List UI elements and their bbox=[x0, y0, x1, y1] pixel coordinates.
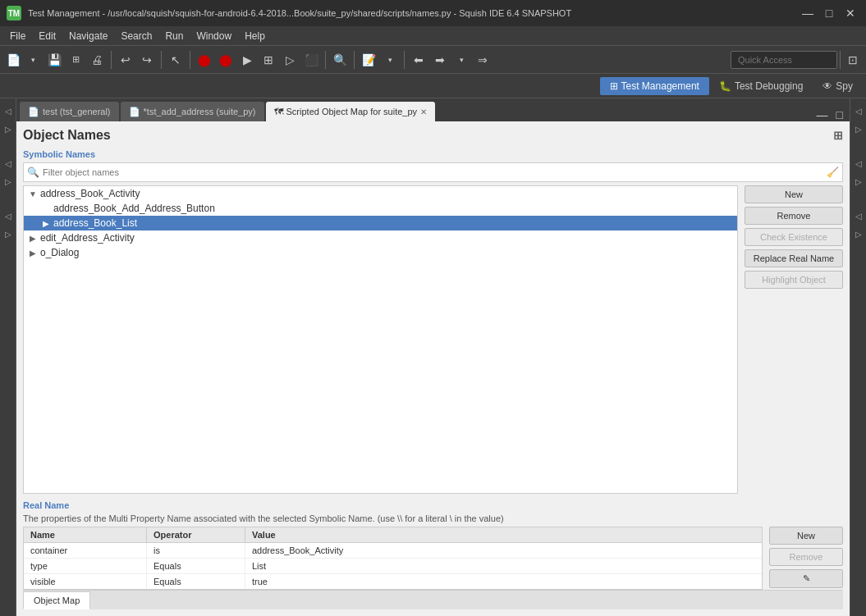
right-sidebar-btn-5[interactable]: ◁ bbox=[851, 208, 866, 223]
left-sidebar-btn-5[interactable]: ◁ bbox=[1, 208, 16, 223]
run-all-button[interactable]: ⊞ bbox=[259, 50, 278, 70]
history-button[interactable]: ⇒ bbox=[473, 50, 493, 70]
tab-max-btn[interactable]: □ bbox=[833, 108, 846, 121]
td-row1-op: is bbox=[147, 543, 245, 558]
toolbar-separator-2 bbox=[161, 51, 162, 69]
menu-navigate[interactable]: Navigate bbox=[62, 29, 114, 43]
tab-test-tst-general[interactable]: 📄 test (tst_general) bbox=[20, 102, 119, 121]
tree-item-edit-address-activity[interactable]: ▶ edit_Address_Activity bbox=[24, 230, 737, 245]
left-sidebar-btn-6[interactable]: ▷ bbox=[1, 226, 16, 241]
new-real-name-button[interactable]: New bbox=[769, 527, 843, 545]
perspective-test-management[interactable]: ⊞ Test Management bbox=[600, 77, 709, 95]
tab-map-label: Scripted Object Map for suite_py bbox=[286, 107, 418, 116]
tree-item-o-dialog[interactable]: ▶ o_Dialog bbox=[24, 245, 737, 260]
record-button[interactable]: ⬤ bbox=[195, 50, 214, 70]
tree-item-address-book-activity[interactable]: ▼ address_Book_Activity bbox=[24, 186, 737, 201]
print-button[interactable]: 🖨 bbox=[87, 50, 107, 70]
tab-test-icon: 📄 bbox=[28, 107, 39, 117]
menu-help[interactable]: Help bbox=[238, 29, 272, 43]
td-row2-name: type bbox=[24, 559, 147, 573]
td-row3-name: visible bbox=[24, 574, 147, 589]
new-button[interactable]: 📄 bbox=[3, 50, 23, 70]
left-sidebar-btn-2[interactable]: ▷ bbox=[1, 121, 16, 136]
replace-real-name-button[interactable]: Replace Real Name bbox=[745, 249, 843, 267]
inspect-btn[interactable]: 🔍 bbox=[330, 50, 350, 70]
tree-toggle-o-dialog[interactable]: ▶ bbox=[27, 247, 39, 258]
perspective-spy-label: Spy bbox=[836, 80, 853, 92]
tree-item-address-book-list[interactable]: ▶ address_Book_List bbox=[24, 216, 737, 230]
menu-file[interactable]: File bbox=[3, 29, 32, 43]
right-sidebar-btn-4[interactable]: ▷ bbox=[851, 174, 866, 189]
forward-dropdown[interactable]: ▾ bbox=[451, 50, 471, 70]
run-selected-button[interactable]: ▷ bbox=[280, 50, 300, 70]
left-sidebar-btn-3[interactable]: ◁ bbox=[1, 156, 16, 171]
table-row-1[interactable]: container is address_Book_Activity bbox=[24, 543, 762, 559]
perspective-tm-icon: ⊞ bbox=[610, 80, 618, 92]
filter-clear-btn[interactable]: 🧹 bbox=[823, 167, 842, 178]
tree-toggle-edit-address[interactable]: ▶ bbox=[27, 232, 39, 244]
tree-toggle-address-book-activity[interactable]: ▼ bbox=[27, 188, 39, 199]
cursor-button[interactable]: ↖ bbox=[166, 50, 186, 70]
forward-button[interactable]: ➡ bbox=[430, 50, 450, 70]
right-sidebar-btn-1[interactable]: ◁ bbox=[851, 103, 866, 118]
real-name-layout: Name Operator Value container is address… bbox=[23, 527, 843, 590]
new-symbolic-name-button[interactable]: New bbox=[745, 185, 843, 203]
save-button[interactable]: 💾 bbox=[44, 50, 64, 70]
td-row1-val: address_Book_Activity bbox=[245, 543, 762, 558]
stop-record-button[interactable]: ⬤ bbox=[216, 50, 236, 70]
stop-button[interactable]: ⬛ bbox=[301, 50, 321, 70]
minimize-button[interactable]: — bbox=[799, 4, 817, 22]
table-row-3[interactable]: visible Equals true bbox=[24, 574, 762, 589]
app-icon: TM bbox=[7, 6, 21, 21]
tab-tst-add-address[interactable]: 📄 *tst_add_address (suite_py) bbox=[121, 102, 264, 121]
tree-item-address-book-add-button[interactable]: ▶ address_Book_Add_Address_Button bbox=[24, 201, 737, 216]
left-sidebar-btn-1[interactable]: ◁ bbox=[1, 103, 16, 118]
highlight-object-button[interactable]: Highlight Object bbox=[745, 271, 843, 289]
right-sidebar-btn-6[interactable]: ▷ bbox=[851, 226, 866, 241]
perspective-test-debugging[interactable]: 🐛 Test Debugging bbox=[709, 77, 813, 95]
menu-search[interactable]: Search bbox=[114, 29, 158, 43]
right-sidebar-btn-2[interactable]: ▷ bbox=[851, 121, 866, 136]
close-button[interactable]: ✕ bbox=[841, 4, 859, 22]
td-row1-name: container bbox=[24, 543, 147, 558]
split-area: ▼ address_Book_Activity ▶ address_Book_A… bbox=[23, 185, 843, 494]
back-button[interactable]: ⬅ bbox=[409, 50, 428, 70]
filter-input[interactable] bbox=[43, 167, 823, 177]
perspectives-btn[interactable]: ⊡ bbox=[843, 50, 863, 70]
undo-button[interactable]: ↩ bbox=[116, 50, 135, 70]
remove-real-name-button[interactable]: Remove bbox=[769, 548, 843, 566]
tab-map-close[interactable]: ✕ bbox=[420, 107, 427, 116]
redo-button[interactable]: ↪ bbox=[137, 50, 157, 70]
tree-toggle-address-book-list[interactable]: ▶ bbox=[40, 217, 52, 229]
menu-window[interactable]: Window bbox=[190, 29, 238, 43]
script-btn[interactable]: 📝 bbox=[359, 50, 378, 70]
bottom-tab-object-map[interactable]: Object Map bbox=[23, 591, 90, 609]
run-test-button[interactable]: ▶ bbox=[237, 50, 257, 70]
panel-layout-icon[interactable]: ⊞ bbox=[833, 129, 843, 142]
new-dropdown[interactable]: ▾ bbox=[23, 50, 43, 70]
quick-access-input[interactable] bbox=[731, 51, 837, 69]
real-name-title: Real Name bbox=[23, 500, 843, 510]
perspective-spy[interactable]: 👁 Spy bbox=[813, 77, 863, 95]
check-existence-button[interactable]: Check Existence bbox=[745, 228, 843, 246]
right-sidebar-btn-3[interactable]: ◁ bbox=[851, 156, 866, 171]
menu-edit[interactable]: Edit bbox=[32, 29, 62, 43]
bottom-tabs: Object Map bbox=[23, 590, 843, 609]
edit-real-name-button[interactable]: ✎ bbox=[769, 569, 843, 588]
symbolic-names-label: Symbolic Names bbox=[23, 149, 843, 159]
tab-min-btn[interactable]: — bbox=[813, 108, 832, 121]
script-dropdown[interactable]: ▾ bbox=[380, 50, 400, 70]
remove-symbolic-name-button[interactable]: Remove bbox=[745, 207, 843, 225]
right-sidebar: ◁ ▷ ◁ ▷ ◁ ▷ bbox=[850, 98, 866, 616]
left-sidebar: ◁ ▷ ◁ ▷ ◁ ▷ bbox=[0, 98, 16, 616]
table-row-2[interactable]: type Equals List bbox=[24, 559, 762, 574]
left-sidebar-btn-4[interactable]: ▷ bbox=[1, 174, 16, 189]
save-all-button[interactable]: ⊞ bbox=[66, 50, 85, 70]
tab-scripted-object-map[interactable]: 🗺 Scripted Object Map for suite_py ✕ bbox=[266, 102, 436, 121]
window-controls: — □ ✕ bbox=[799, 4, 859, 22]
maximize-button[interactable]: □ bbox=[820, 4, 838, 22]
real-name-desc: The properties of the Multi Property Nam… bbox=[23, 513, 843, 523]
panel-title-text: Object Names bbox=[23, 128, 111, 143]
menu-run[interactable]: Run bbox=[158, 29, 190, 43]
tab-add-icon: 📄 bbox=[129, 107, 140, 117]
